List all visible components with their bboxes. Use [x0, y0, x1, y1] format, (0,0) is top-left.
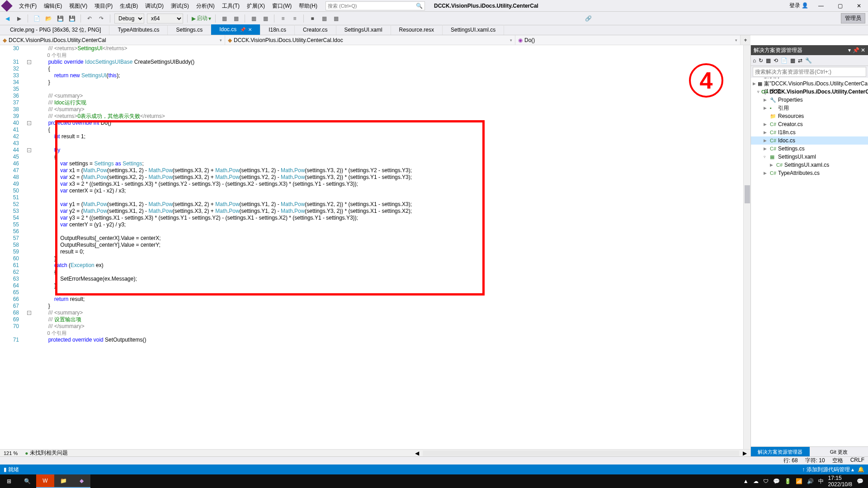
tree-node[interactable]: ▿▦SettingsUI.xaml: [751, 153, 868, 161]
editor-tab[interactable]: Circle.png - PNG [36x36, 32 位, PNG]: [2, 25, 109, 35]
solexp-tool-icon-3[interactable]: ⟲: [774, 57, 778, 64]
search-button[interactable]: 🔍: [18, 474, 36, 488]
tray-icon[interactable]: 🔊: [807, 478, 814, 484]
zoom-level[interactable]: 121 %: [0, 450, 21, 456]
close-button[interactable]: ✕: [853, 3, 865, 9]
tree-node[interactable]: ▶▪引用: [751, 104, 868, 112]
editor-tab[interactable]: Settings.cs: [168, 25, 211, 35]
tree-solution[interactable]: ▶▦解决方案"DCCK.VisionPlus.iDocs.Utility.Cen…: [751, 80, 868, 88]
tree-node[interactable]: 📁Resources: [751, 112, 868, 120]
tree-node[interactable]: ▶C#SettingsUI.xaml.cs: [751, 161, 868, 169]
forward-button[interactable]: ▶: [14, 14, 24, 23]
issues-indicator[interactable]: ●未找到相关问题: [21, 449, 71, 457]
menu-item[interactable]: 编辑(E): [40, 0, 66, 12]
tray-icon[interactable]: ▲: [743, 478, 749, 484]
platform-select[interactable]: x64: [147, 14, 183, 23]
back-button[interactable]: ◀: [3, 14, 12, 23]
editor-tab[interactable]: TypeAttributes.cs: [109, 25, 168, 35]
tool-btn-8[interactable]: ▦: [320, 14, 329, 23]
save-button[interactable]: 💾: [56, 14, 65, 23]
open-button[interactable]: 📂: [44, 14, 53, 23]
config-select[interactable]: Debug: [114, 14, 144, 23]
tree-node[interactable]: ▶C#Settings.cs: [751, 145, 868, 153]
tray-icon[interactable]: 💬: [773, 478, 780, 484]
vertical-scrollbar[interactable]: [743, 45, 750, 449]
tool-btn-5[interactable]: ≡: [278, 14, 288, 23]
solexp-search[interactable]: [753, 67, 866, 77]
tool-btn-6[interactable]: ≡: [290, 14, 299, 23]
menu-item[interactable]: 调试(D): [142, 0, 167, 12]
nav-class[interactable]: ◆DCCK.VisionPlus.iDocs.Utility.CenterCal…: [225, 35, 515, 45]
nav-member[interactable]: ◉Do(): [515, 35, 741, 45]
scroll-thumb[interactable]: [745, 185, 750, 203]
menu-item[interactable]: 项目(P): [91, 0, 116, 12]
redo-button[interactable]: ↷: [97, 14, 106, 23]
solexp-tool-icon-6[interactable]: ⇄: [798, 57, 802, 64]
run-button[interactable]: ▶ 启动 ▾: [192, 14, 211, 22]
search-input[interactable]: [328, 3, 416, 9]
minimize-button[interactable]: —: [815, 3, 827, 9]
livesshare-icon[interactable]: 🔗: [584, 14, 593, 23]
solexp-tab-sln[interactable]: 解决方案资源管理器: [751, 447, 810, 456]
code-editor[interactable]: 3031323334353637383940414243444546474849…: [0, 45, 750, 449]
editor-tab[interactable]: SettingsUI.xaml.cs: [443, 25, 504, 35]
menu-item[interactable]: 生成(B): [116, 0, 142, 12]
solexp-home-icon[interactable]: ⌂: [753, 57, 756, 64]
solexp-tool-icon-2[interactable]: ▦: [766, 57, 771, 64]
tool-btn-2[interactable]: ▦: [231, 14, 241, 23]
tool-btn-4[interactable]: ▦: [261, 14, 270, 23]
menu-item[interactable]: 测试(S): [167, 0, 193, 12]
status-git[interactable]: ↑ 添加到源代码管理 ▴: [802, 466, 854, 474]
tree-node[interactable]: ▶C#Idoc.cs: [751, 136, 868, 145]
status-bell-icon[interactable]: 🔔: [858, 466, 864, 473]
solexp-tree[interactable]: ▶▦解决方案"DCCK.VisionPlus.iDocs.Utility.Cen…: [751, 78, 868, 446]
editor-tab[interactable]: Creator.cs: [295, 25, 336, 35]
save-all-button[interactable]: 💾: [67, 14, 76, 23]
menu-item[interactable]: 窗口(W): [269, 0, 295, 12]
solexp-tab-git[interactable]: Git 更改: [810, 447, 868, 456]
solexp-tool-icon-4[interactable]: 📄: [781, 57, 788, 64]
editor-tab[interactable]: Idoc.cs📌✕: [211, 24, 260, 35]
taskbar-app-1[interactable]: W: [36, 474, 54, 488]
tray-notifications-icon[interactable]: 💬: [857, 478, 863, 484]
menu-item[interactable]: 工具(T): [218, 0, 243, 12]
solexp-tool-icon-7[interactable]: 🔧: [805, 57, 812, 64]
hscroll-right[interactable]: ▶: [739, 450, 750, 456]
system-tray[interactable]: ▲ ☁ 🛡 💬 🔋 📶 🔊 中 17:152022/10/8 💬: [743, 475, 868, 488]
tray-icon[interactable]: 🛡: [763, 478, 769, 484]
solexp-pin-icon[interactable]: ▾ 📌 ✕: [848, 45, 865, 55]
hscroll-left[interactable]: ◀: [411, 450, 423, 456]
editor-tab[interactable]: I18n.cs: [260, 25, 295, 35]
editor-tab[interactable]: Resource.resx: [391, 25, 443, 35]
tool-btn-7[interactable]: ■: [308, 14, 317, 23]
tray-time[interactable]: 17:152022/10/8: [828, 475, 852, 488]
undo-button[interactable]: ↶: [85, 14, 94, 23]
tray-ime[interactable]: 中: [818, 478, 824, 485]
nav-project[interactable]: ◆DCCK.VisionPlus.iDocs.Utility.CenterCal: [0, 35, 225, 45]
taskbar-vs[interactable]: ◆: [72, 474, 90, 488]
tree-node[interactable]: ▶C#TypeAttributes.cs: [751, 169, 868, 177]
menu-item[interactable]: 文件(F): [15, 0, 40, 12]
menu-item[interactable]: 帮助(H): [295, 0, 321, 12]
tool-btn-1[interactable]: ▦: [220, 14, 229, 23]
nav-split-button[interactable]: +: [741, 35, 750, 45]
tray-icon[interactable]: 🔋: [784, 478, 791, 484]
menu-item[interactable]: 视图(V): [66, 0, 91, 12]
tree-node[interactable]: ▶C#I18n.cs: [751, 128, 868, 136]
maximize-button[interactable]: ▢: [834, 3, 846, 9]
tray-icon[interactable]: ☁: [753, 478, 759, 484]
start-button[interactable]: ⊞: [0, 474, 18, 488]
taskbar-app-2[interactable]: 📁: [54, 474, 72, 488]
solexp-tool-icon-5[interactable]: ▦: [790, 57, 795, 64]
search-box[interactable]: 🔍: [326, 1, 425, 10]
menu-item[interactable]: 扩展(X): [243, 0, 269, 12]
new-button[interactable]: 📄: [32, 14, 41, 23]
editor-tab[interactable]: SettingsUI.xaml: [336, 25, 391, 35]
tree-node[interactable]: ▶C#Creator.cs: [751, 120, 868, 128]
tool-btn-3[interactable]: ▦: [249, 14, 258, 23]
tool-btn-9[interactable]: ▦: [331, 14, 340, 23]
tray-icon[interactable]: 📶: [796, 478, 802, 484]
login-link[interactable]: 登录 👤: [789, 2, 808, 9]
tree-node[interactable]: ▶🔧Properties: [751, 96, 868, 104]
horizontal-scrollbar[interactable]: [423, 450, 739, 456]
